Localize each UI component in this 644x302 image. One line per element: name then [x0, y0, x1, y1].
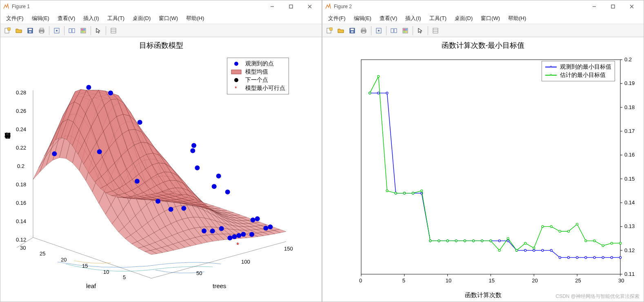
link-icon[interactable] — [67, 25, 77, 36]
toolbar-separator — [428, 26, 428, 35]
svg-point-118 — [533, 249, 535, 251]
menu-file[interactable]: 文件(F) — [324, 13, 350, 24]
svg-rect-65 — [351, 31, 353, 33]
svg-rect-67 — [362, 28, 365, 30]
svg-text:*: * — [235, 85, 237, 91]
menu-desktop[interactable]: 桌面(D) — [129, 13, 155, 24]
datacursor-icon[interactable] — [373, 25, 384, 36]
pointer-icon[interactable] — [93, 25, 104, 36]
minimize-button[interactable] — [585, 0, 604, 13]
legend-2[interactable]: 观测到的最小目标值 估计的最小目标值 — [542, 61, 615, 81]
brush-icon[interactable] — [430, 25, 441, 36]
brush-icon[interactable] — [108, 25, 119, 36]
menu-edit[interactable]: 编辑(E) — [28, 13, 53, 24]
z-tick: 0.28 — [16, 89, 26, 96]
svg-rect-10 — [40, 28, 43, 30]
svg-point-137 — [438, 240, 440, 242]
svg-rect-18 — [83, 29, 85, 31]
toolbar-separator — [106, 26, 106, 35]
maximize-button[interactable] — [282, 0, 300, 13]
open-icon[interactable] — [13, 25, 24, 36]
print-icon[interactable] — [36, 25, 47, 36]
menu-insert[interactable]: 插入(I) — [401, 13, 425, 24]
legend-1[interactable]: 观测到的点 模型均值 下一个点 * 模型最小可行点 — [227, 58, 289, 94]
window-buttons-1 — [263, 0, 319, 13]
titlebar-2: Figure 2 — [322, 0, 644, 13]
menu-file[interactable]: 文件(F) — [2, 13, 28, 24]
menu-insert[interactable]: 插入(I) — [79, 13, 103, 24]
svg-point-40 — [202, 228, 207, 233]
svg-point-26 — [86, 85, 91, 90]
minimize-button[interactable] — [263, 0, 282, 13]
maximize-button[interactable] — [604, 0, 622, 13]
link-icon[interactable] — [389, 25, 399, 36]
menu-view[interactable]: 查看(V) — [375, 13, 401, 24]
svg-rect-21 — [111, 28, 116, 33]
y-tick: 0.13 — [624, 223, 635, 229]
svg-point-46 — [241, 232, 246, 237]
svg-point-25 — [52, 151, 57, 156]
print-icon[interactable] — [358, 25, 369, 36]
svg-point-44 — [232, 234, 237, 239]
svg-point-43 — [227, 235, 232, 240]
menu-window[interactable]: 窗口(W) — [155, 13, 182, 24]
svg-point-156 — [602, 245, 604, 247]
y-tick: 5 — [123, 274, 126, 280]
svg-point-114 — [498, 240, 500, 242]
menu-tools[interactable]: 工具(T) — [103, 13, 129, 24]
close-button[interactable] — [300, 0, 319, 13]
colorbar-icon[interactable] — [78, 25, 89, 36]
menu-help[interactable]: 帮助(H) — [504, 13, 530, 24]
menu-view[interactable]: 查看(V) — [53, 13, 79, 24]
svg-rect-11 — [40, 31, 43, 33]
menu-help[interactable]: 帮助(H) — [182, 13, 208, 24]
save-icon[interactable] — [347, 25, 358, 36]
matlab-icon — [325, 3, 331, 10]
svg-point-120 — [550, 249, 552, 251]
menu-window[interactable]: 窗口(W) — [477, 13, 504, 24]
figure-1-axes[interactable]: 目标函数模型 * — [0, 37, 322, 302]
svg-point-101 — [386, 92, 388, 94]
y-tick: 0.18 — [624, 104, 635, 110]
x-tick: 30 — [618, 277, 624, 284]
black-dot-icon — [231, 78, 242, 83]
figure-1-window: Figure 1 文件(F) 编辑(E) 查看(V) 插入(I) 工具(T) 桌… — [0, 0, 322, 302]
y-tick: 30 — [20, 245, 26, 251]
svg-rect-78 — [433, 28, 438, 33]
svg-rect-75 — [405, 29, 407, 31]
svg-point-49 — [255, 216, 260, 221]
figure-2-axes[interactable]: 函数计算次数-最小目标值 0.110.120.130.140.150.160.1… — [322, 37, 644, 302]
svg-rect-62 — [330, 28, 332, 30]
toolbar-1 — [0, 24, 322, 37]
svg-point-27 — [108, 91, 113, 96]
menu-tools[interactable]: 工具(T) — [425, 13, 451, 24]
svg-point-139 — [455, 240, 457, 242]
svg-point-126 — [602, 257, 604, 259]
svg-rect-19 — [81, 31, 83, 33]
save-icon[interactable] — [25, 25, 36, 36]
y-tick: 0.19 — [624, 80, 635, 86]
svg-rect-54 — [231, 70, 241, 74]
svg-point-152 — [568, 230, 570, 233]
svg-point-115 — [507, 240, 509, 242]
svg-point-136 — [429, 240, 431, 242]
figure-2-window: Figure 2 文件(F) 编辑(E) 查看(V) 插入(I) 工具(T) 桌… — [322, 0, 644, 302]
new-figure-icon[interactable] — [324, 25, 335, 36]
z-tick: 0.12 — [16, 237, 26, 243]
colorbar-icon[interactable] — [400, 25, 411, 36]
menu-desktop[interactable]: 桌面(D) — [451, 13, 477, 24]
svg-rect-76 — [403, 31, 405, 33]
svg-point-39 — [225, 190, 230, 195]
svg-point-144 — [498, 249, 500, 251]
new-figure-icon[interactable] — [2, 25, 13, 36]
open-icon[interactable] — [335, 25, 346, 36]
datacursor-icon[interactable] — [51, 25, 62, 36]
close-button[interactable] — [622, 0, 641, 13]
menu-edit[interactable]: 编辑(E) — [350, 13, 375, 24]
pointer-icon[interactable] — [415, 25, 426, 36]
svg-point-157 — [611, 242, 613, 244]
matlab-icon — [3, 3, 9, 10]
svg-point-132 — [395, 192, 397, 194]
svg-rect-14 — [69, 29, 71, 33]
svg-rect-58 — [611, 5, 615, 8]
